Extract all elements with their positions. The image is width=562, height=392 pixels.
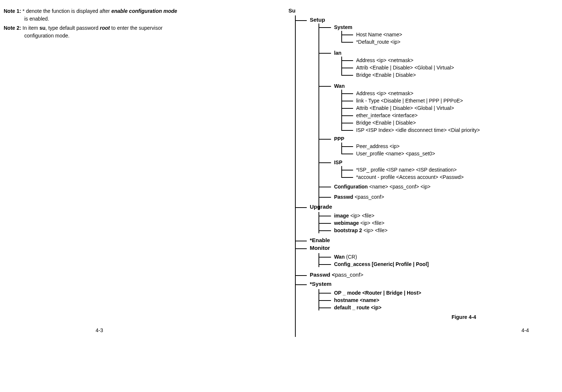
page-right: 4-4 [522,327,529,333]
system-label: System [334,24,352,30]
pw-n: pass_conf> [335,271,363,278]
enable-label: *Enable [310,237,558,243]
sys-hostname: hostname <name> [319,296,558,304]
lan-item-1: Attrib <Enable | Disable> <Global | Virt… [341,64,558,71]
lan-t0: Address <ip> <netmask> [356,57,413,63]
wan-t4: Bridge <Enable | Disable> [356,120,416,126]
note-2-a: In item [21,25,39,31]
note-1: Note 1: * denote the function is display… [4,7,266,23]
note-2: Note 2: In item su, type default passwor… [4,24,266,40]
note-2-root: root [100,25,110,31]
lan-children: Address <ip> <netmask> Attrib <Enable | … [341,57,558,79]
lan-t1: Attrib <Enable | Disable> <Global | Virt… [356,65,454,71]
wan-item-0: Address <ip> <netmask> [341,90,558,97]
level-1: Setup System Host Name <name> *Default_r… [295,14,558,311]
upgrade-bootstrap: bootstrap 2 <ip> <file> [319,227,558,234]
sp-b: Passwd [334,194,353,200]
l1-passwd: Passwd <pass_conf> [295,271,558,278]
system2-children: OP _ mode <Router | Bridge | Host> hostn… [319,289,558,311]
sys-t0: OP _ mode <Router | Bridge | Host> [334,290,421,296]
upgrade-image: image <ip> <file> [319,212,558,219]
ppp-label: PPP [334,136,344,142]
conf-n: <name> <pass_conf> <ip> [368,184,430,190]
notes-column: Note 1: * denote the function is display… [4,7,266,320]
wan-item-2: Attrib <Enable | Disable> <Global | Virt… [341,104,558,112]
sys-t2: default _ route <ip> [334,305,381,310]
wan-label: Wan [334,83,345,89]
tree-column: Su Setup System Host Name <name> *Defa [281,7,558,320]
lan-item-2: Bridge <Enable | Disable> [341,71,558,79]
sys-default-route: default _ route <ip> [319,304,558,311]
upg-b2: bootstrap 2 [334,227,362,233]
sys-t1: hostname <name> [334,297,379,303]
mon-wan-b: Wan [334,254,345,260]
note-2-e: to enter the supervisor [110,25,163,31]
mon-config: Config_access [Generic| Profile | Pool] [334,261,429,267]
isp-item-0: *ISP_ profile <ISP name> <ISP destinatio… [341,166,558,173]
tree-root: Su [288,7,558,14]
wan-t5: ISP <ISP Index> <idle disconnect time> <… [356,127,480,133]
upg-n2: <ip> <file> [362,227,387,233]
lan-label: lan [334,50,341,56]
wan-t0: Address <ip> <netmask> [356,90,413,96]
wan-item-3: ether_interface <interface> [341,112,558,119]
isp-label: ISP [334,159,342,165]
setup-isp: ISP *ISP_ profile <ISP name> <ISP destin… [319,159,558,181]
system-children: Host Name <name> *Default_route <ip> [341,31,558,46]
setup-configuration: Configuration <name> <pass_conf> <ip> [319,183,558,190]
note-2-su: su [39,25,45,31]
upgrade-label: Upgrade [310,204,558,210]
wan-t2: Attrib <Enable | Disable> <Global | Virt… [356,105,454,111]
ppp-children: Peer_address <ip> User_profile <name> <p… [341,143,558,157]
l1-setup: Setup System Host Name <name> *Default_r… [295,17,558,201]
monitor-children: Wan (CR) Config_access [Generic| Profile… [319,253,558,268]
l1-system: *System OP _ mode <Router | Bridge | Hos… [295,281,558,311]
l1-enable: *Enable [295,237,558,243]
lan-t2: Bridge <Enable | Disable> [356,72,416,78]
setup-children: System Host Name <name> *Default_route <… [319,24,558,201]
footer: 4-3 4-4 [4,327,558,333]
upgrade-webimage: webimage <ip> <file> [319,219,558,227]
system2-label: *System [310,281,558,287]
note-2-c: , type default password [46,25,100,31]
conf-b: Configuration [334,184,368,190]
figure-caption: Figure 4-4 [369,314,558,320]
l1-monitor: Monitor Wan (CR) Config_access [Generic|… [295,245,558,268]
setup-ppp: PPP Peer_address <ip> User_profile <name… [319,135,558,157]
ppp-item-1: User_profile <name> <pass_set0> [341,150,558,157]
wan-t1: link - Type <Disable | Ethernet | PPP | … [356,98,463,104]
wan-item-5: ISP <ISP Index> <idle disconnect time> <… [341,126,558,134]
setup-lan: lan Address <ip> <netmask> Attrib <Enabl… [319,49,558,79]
note-1-label: Note 1: [4,8,21,14]
note-2-label: Note 2: [4,25,21,31]
setup-wan: Wan Address <ip> <netmask> link - Type <… [319,82,558,134]
upg-n1: <ip> <file> [359,220,384,226]
monitor-config: Config_access [Generic| Profile | Pool] [319,260,558,268]
isp-t0: *ISP_ profile <ISP name> <ISP destinatio… [356,167,456,173]
monitor-label: Monitor [310,245,558,251]
wan-children: Address <ip> <netmask> link - Type <Disa… [341,90,558,134]
note-2-f: configuration mode. [24,32,266,40]
setup-label: Setup [310,17,558,23]
page-left: 4-3 [96,327,103,333]
setup-passwd-label: Passwd <pass_conf> [334,194,384,200]
isp-item-1: *account - profile <Access account> <Pas… [341,173,558,181]
pw-b: Passwd < [310,271,335,278]
ppp-t0: Peer_address <ip> [356,143,399,149]
system-default-route: *Default_route <ip> [341,38,558,46]
sys-opmode: OP _ mode <Router | Bridge | Host> [319,289,558,296]
isp-t1: *account - profile <Access account> <Pas… [356,174,464,180]
lan-item-0: Address <ip> <netmask> [341,57,558,64]
monitor-wan: Wan (CR) [319,253,558,260]
note-1-text-c: is enabled. [24,15,266,23]
wan-t3: ether_interface <interface> [356,112,417,118]
wan-item-4: Bridge <Enable | Disable> [341,119,558,126]
l1-upgrade: Upgrade image <ip> <file> webimage <ip> … [295,204,558,234]
upg-b0: image [334,213,349,219]
ppp-item-0: Peer_address <ip> [341,143,558,150]
ppp-t1: User_profile <name> <pass_set0> [356,151,435,157]
note-1-mode: enable configuration mode [111,8,177,14]
isp-children: *ISP_ profile <ISP name> <ISP destinatio… [341,166,558,181]
mon-wan-n: (CR) [345,254,357,260]
system-item-1: *Default_route <ip> [356,39,401,45]
